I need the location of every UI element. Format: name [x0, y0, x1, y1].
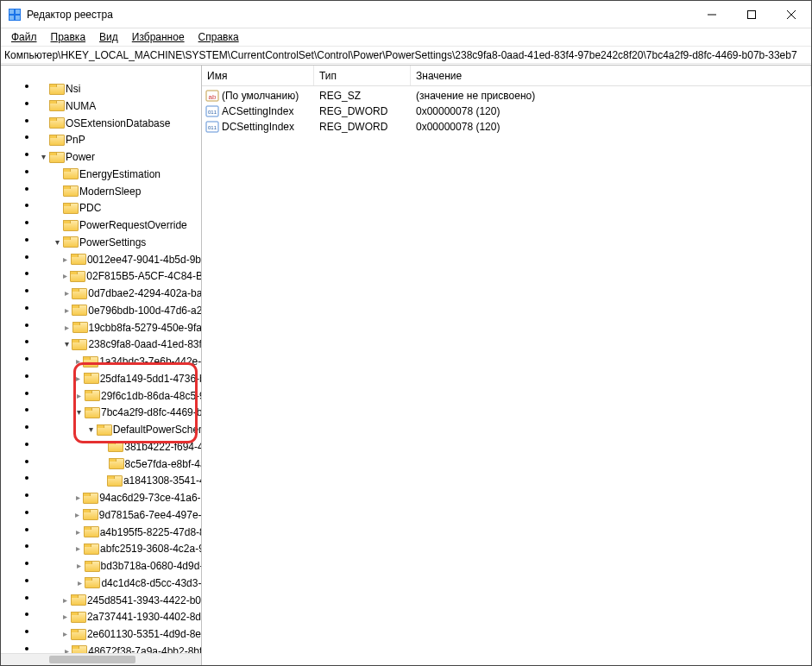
expand-icon[interactable]	[61, 287, 72, 299]
tree-item-label: Nsi	[66, 83, 80, 95]
menu-view[interactable]: Вид	[92, 29, 125, 45]
tree-item[interactable]: DefaultPowerScheme	[37, 422, 201, 437]
tree-item[interactable]: a1841308-3541-4fa	[37, 474, 201, 489]
expand-icon[interactable]	[60, 254, 71, 266]
tree-item[interactable]: PDC	[37, 201, 201, 217]
tree-item[interactable]: 381b4222-f694-41f	[37, 439, 201, 455]
values-panel[interactable]: Имя Тип Значение ab(По умолчанию)REG_SZ(…	[202, 66, 811, 665]
tree-item[interactable]: Power	[37, 149, 201, 165]
tree-item[interactable]: 0012ee47-9041-4b5d-9b77-5	[37, 252, 201, 267]
tree-item-label: 0012ee47-9041-4b5d-9b77-5	[87, 254, 201, 266]
tree-item[interactable]: ModernSleep	[37, 184, 201, 199]
value-name-cell: 011DCSettingIndex	[202, 120, 314, 134]
column-name[interactable]: Имя	[202, 66, 314, 85]
expand-icon[interactable]	[61, 322, 72, 334]
expand-icon[interactable]	[72, 355, 83, 368]
expand-icon[interactable]	[61, 645, 72, 653]
folder-icon	[84, 543, 98, 555]
expand-icon[interactable]	[74, 390, 85, 402]
window-controls	[692, 1, 811, 28]
tree-item[interactable]: 245d8541-3943-4422-b025-1	[37, 593, 201, 608]
tree-item[interactable]: 7bc4a2f9-d8fc-4469-b07	[37, 405, 201, 421]
folder-icon	[49, 117, 63, 129]
tree-item[interactable]: 19cbb8fa-5279-450e-9fac-8	[37, 320, 201, 336]
expand-icon[interactable]	[60, 270, 71, 282]
value-row[interactable]: 011ACSettingIndexREG_DWORD0x00000078 (12…	[202, 104, 811, 119]
collapse-icon[interactable]	[51, 236, 63, 248]
expand-icon[interactable]	[73, 373, 84, 385]
tree-item[interactable]: abfc2519-3608-4c2a-94e	[37, 542, 201, 557]
tree-item-label: 245d8541-3943-4422-b025-1	[87, 594, 201, 606]
collapse-icon[interactable]	[85, 424, 96, 436]
tree-item[interactable]: 238c9fa8-0aad-41ed-83f4-9	[37, 337, 201, 353]
tree-item[interactable]: 0e796bdb-100d-47d6-a2d5-	[37, 303, 201, 318]
menu-edit[interactable]: Правка	[44, 29, 93, 45]
expand-icon[interactable]	[73, 543, 84, 555]
collapse-icon[interactable]	[61, 338, 72, 350]
menu-file[interactable]: Файл	[4, 29, 44, 45]
folder-icon	[84, 526, 98, 537]
folder-icon	[63, 168, 77, 179]
tree-item[interactable]: a4b195f5-8225-47d8-801	[37, 525, 201, 540]
folder-icon	[85, 390, 98, 401]
values-header: Имя Тип Значение	[202, 66, 811, 86]
tree-item-label: 9d7815a6-7ee4-497e-888	[99, 509, 201, 521]
expand-icon[interactable]	[74, 577, 85, 589]
tree-item[interactable]: 9d7815a6-7ee4-497e-888	[37, 507, 201, 523]
tree-item[interactable]: 94ac6d29-73ce-41a6-809	[37, 490, 201, 506]
collapse-icon[interactable]	[37, 151, 49, 163]
folder-icon	[63, 220, 77, 231]
tree-item[interactable]: 02F815B5-A5CF-4C84-BF20-	[37, 269, 201, 285]
expand-icon[interactable]	[72, 509, 83, 521]
tree-item[interactable]: 8c5e7fda-e8bf-4a9	[37, 456, 201, 472]
folder-icon	[107, 475, 121, 487]
tree-item[interactable]: 25dfa149-5dd1-4736-b5a	[37, 371, 201, 386]
folder-icon	[72, 339, 85, 350]
menu-favorites[interactable]: Избранное	[125, 29, 192, 45]
expand-icon[interactable]	[72, 492, 83, 504]
tree-item[interactable]: d4c1d4c8-d5cc-43d3-b8	[37, 575, 201, 591]
close-button[interactable]	[771, 1, 811, 28]
tree-item-label: 29f6c1db-86da-48c5-9fd	[101, 390, 201, 402]
tree-item[interactable]: 0d7dbae2-4294-402a-ba8e-	[37, 286, 201, 301]
tree-item-label: PowerRequestOverride	[79, 219, 187, 231]
tree-item[interactable]: 1a34bdc3-7e6b-442e-a9c	[37, 354, 201, 369]
collapse-icon[interactable]	[74, 406, 85, 418]
value-row[interactable]: ab(По умолчанию)REG_SZ(значение не присв…	[202, 88, 811, 104]
tree-horizontal-scrollbar[interactable]	[1, 653, 201, 665]
column-type[interactable]: Тип	[314, 66, 411, 85]
expand-icon[interactable]	[73, 560, 84, 572]
address-bar[interactable]: Компьютер\HKEY_LOCAL_MACHINE\SYSTEM\Curr…	[1, 47, 811, 64]
tree-item[interactable]: PowerSettings	[37, 235, 201, 250]
expand-icon[interactable]	[73, 526, 84, 538]
tree-item[interactable]: OSExtensionDatabase	[37, 116, 201, 131]
minimize-button[interactable]	[692, 1, 732, 28]
expand-icon[interactable]	[60, 628, 71, 640]
scrollbar-thumb[interactable]	[49, 656, 135, 663]
tree-item[interactable]: EnergyEstimation	[37, 166, 201, 182]
tree-item[interactable]: 2a737441-1930-4402-8d77-b	[37, 610, 201, 625]
titlebar: Редактор реестра	[1, 1, 811, 28]
tree-panel[interactable]: NsiNUMAOSExtensionDatabasePnPPowerEnergy…	[1, 66, 202, 665]
tree-item-label: 2a737441-1930-4402-8d77-b	[87, 611, 201, 623]
expand-icon[interactable]	[60, 611, 71, 623]
folder-icon	[49, 100, 63, 111]
folder-icon	[83, 493, 97, 504]
tree-item[interactable]: 2e601130-5351-4d9d-8e04-2	[37, 626, 201, 642]
value-row[interactable]: 011DCSettingIndexREG_DWORD0x00000078 (12…	[202, 119, 811, 135]
tree-item[interactable]: 48672f38-7a9a-4bb2-8bf8-3	[37, 644, 201, 653]
folder-icon	[85, 577, 98, 588]
column-value[interactable]: Значение	[411, 66, 811, 85]
expand-icon[interactable]	[60, 594, 71, 606]
expand-icon[interactable]	[61, 305, 72, 317]
tree-item[interactable]: PowerRequestOverride	[37, 217, 201, 233]
menu-help[interactable]: Справка	[192, 29, 246, 45]
tree-item-label: NUMA	[66, 100, 96, 112]
tree-item[interactable]: Nsi	[37, 81, 201, 97]
maximize-button[interactable]	[732, 1, 771, 28]
folder-icon	[84, 373, 98, 384]
tree-item[interactable]: bd3b718a-0680-4d9d-8a	[37, 558, 201, 574]
tree-item[interactable]: 29f6c1db-86da-48c5-9fd	[37, 388, 201, 404]
tree-item[interactable]: NUMA	[37, 98, 201, 114]
tree-item[interactable]: PnP	[37, 133, 201, 148]
